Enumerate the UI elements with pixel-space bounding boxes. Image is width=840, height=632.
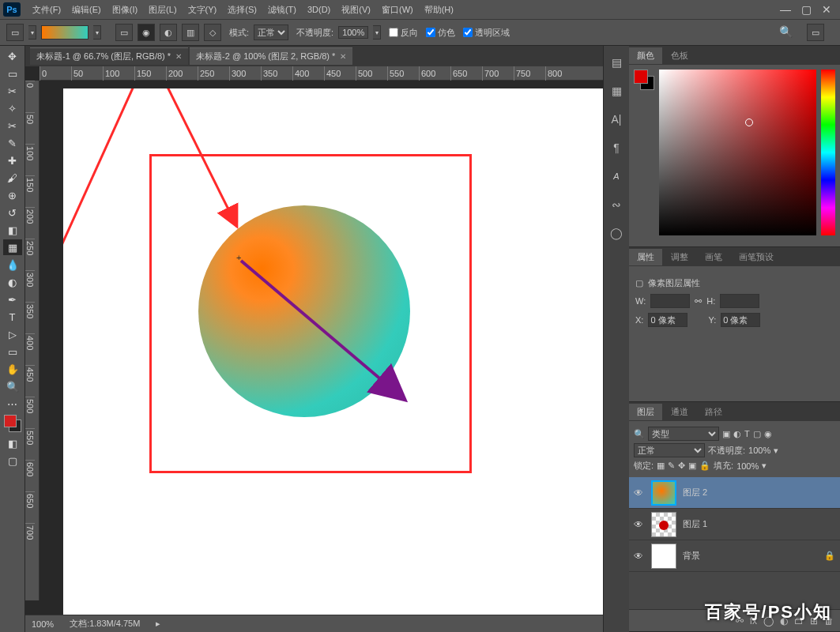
eraser-tool[interactable]: ◧ bbox=[3, 222, 22, 238]
layer-opacity-value[interactable]: 100% bbox=[748, 446, 770, 455]
canvas[interactable]: + bbox=[63, 88, 603, 615]
doc-tab-2[interactable]: 未标题-2 @ 100% (图层 2, RGB/8) *✕ bbox=[190, 47, 352, 65]
layer-row[interactable]: 👁 背景 🔒 bbox=[629, 540, 840, 572]
hand-tool[interactable]: ✋ bbox=[3, 361, 22, 377]
gradient-angle-button[interactable]: ◐ bbox=[160, 24, 177, 41]
zoom-display[interactable]: 100% bbox=[32, 619, 54, 629]
layer-row[interactable]: 👁 图层 2 bbox=[629, 477, 840, 509]
zoom-tool[interactable]: 🔍 bbox=[3, 378, 22, 394]
menu-file[interactable]: 文件(F) bbox=[27, 4, 66, 16]
layer-name[interactable]: 背景 bbox=[683, 550, 700, 562]
layer-thumb[interactable] bbox=[651, 480, 676, 506]
minimize-icon[interactable]: — bbox=[780, 3, 791, 16]
gradient-dropdown[interactable]: ▾ bbox=[93, 25, 101, 40]
adjust-tab[interactable]: 调整 bbox=[663, 249, 696, 265]
move-tool[interactable]: ✥ bbox=[3, 48, 22, 64]
layer-thumb[interactable] bbox=[651, 544, 676, 569]
menu-filter[interactable]: 滤镜(T) bbox=[262, 4, 302, 16]
layer-name[interactable]: 图层 1 bbox=[683, 518, 707, 530]
glyph-icon[interactable]: A bbox=[608, 167, 625, 185]
menu-select[interactable]: 选择(S) bbox=[222, 4, 262, 16]
lasso-tool[interactable]: ✂ bbox=[3, 83, 22, 99]
workspace-button[interactable]: ▭ bbox=[807, 24, 824, 41]
lock-icon[interactable]: ✎ bbox=[668, 461, 675, 471]
doc-tab-1[interactable]: 未标题-1 @ 66.7% (图层, RGB/8) *✕ bbox=[30, 47, 188, 65]
layer-row[interactable]: 👁 图层 1 bbox=[629, 509, 840, 540]
w-input[interactable] bbox=[650, 294, 690, 308]
filter-icon[interactable]: ▢ bbox=[753, 429, 761, 439]
quickmask-tool[interactable]: ◧ bbox=[3, 435, 22, 451]
history-icon[interactable]: ▤ bbox=[608, 54, 625, 71]
x-input[interactable] bbox=[648, 313, 687, 327]
dither-checkbox[interactable] bbox=[426, 28, 435, 37]
menu-edit[interactable]: 编辑(E) bbox=[66, 4, 107, 16]
reverse-checkbox[interactable] bbox=[389, 28, 398, 37]
search-icon[interactable]: 🔍 bbox=[779, 25, 793, 38]
lock-icon[interactable]: ▦ bbox=[657, 461, 665, 471]
gradient-tool[interactable]: ▦ bbox=[3, 239, 22, 255]
tool-preset-button[interactable]: ▭ bbox=[6, 24, 24, 41]
visibility-icon[interactable]: 👁 bbox=[634, 519, 645, 530]
menu-help[interactable]: 帮助(H) bbox=[419, 4, 459, 16]
actions-icon[interactable]: ▦ bbox=[608, 82, 625, 100]
char-icon[interactable]: A| bbox=[608, 111, 625, 128]
y-input[interactable] bbox=[721, 313, 760, 327]
maximize-icon[interactable]: ▢ bbox=[800, 3, 812, 16]
brush-tab[interactable]: 画笔 bbox=[697, 249, 730, 265]
color-field[interactable] bbox=[659, 70, 816, 235]
para-icon[interactable]: ¶ bbox=[608, 139, 625, 156]
opacity-value[interactable]: 100% bbox=[338, 26, 368, 39]
stamp-tool[interactable]: ⊕ bbox=[3, 187, 22, 203]
transparency-checkbox[interactable] bbox=[463, 28, 473, 37]
color-fg-swatch[interactable] bbox=[634, 70, 648, 84]
type-tool[interactable]: T bbox=[3, 309, 22, 325]
menu-type[interactable]: 文字(Y) bbox=[183, 4, 223, 16]
menu-3d[interactable]: 3D(D) bbox=[302, 5, 336, 14]
close-icon[interactable]: ✕ bbox=[821, 3, 832, 16]
props-tab[interactable]: 属性 bbox=[629, 249, 662, 265]
eyedropper-tool[interactable]: ✎ bbox=[3, 135, 22, 151]
visibility-icon[interactable]: 👁 bbox=[634, 487, 645, 498]
channels-tab[interactable]: 通道 bbox=[663, 404, 696, 420]
lock-icon[interactable]: 🔒 bbox=[699, 461, 710, 471]
tab-close-icon[interactable]: ✕ bbox=[175, 52, 182, 61]
filter-icon[interactable]: ◐ bbox=[733, 429, 741, 439]
gradient-linear-button[interactable]: ▭ bbox=[115, 24, 133, 41]
visibility-icon[interactable]: 👁 bbox=[634, 551, 645, 562]
crop-tool[interactable]: ✂ bbox=[3, 118, 22, 134]
layer-thumb[interactable] bbox=[651, 512, 676, 537]
marquee-tool[interactable]: ▭ bbox=[3, 66, 22, 81]
screenmode-tool[interactable]: ▢ bbox=[3, 453, 22, 468]
path-select-tool[interactable]: ▷ bbox=[3, 326, 22, 342]
lock-icon[interactable]: ✥ bbox=[678, 461, 685, 471]
search-lay-icon[interactable]: 🔍 bbox=[634, 429, 645, 439]
gradient-reflected-button[interactable]: ▥ bbox=[182, 24, 199, 41]
hue-slider[interactable] bbox=[821, 70, 835, 235]
link-icon[interactable]: ⚯ bbox=[695, 296, 702, 307]
nav-icon[interactable]: ◯ bbox=[608, 224, 625, 242]
paths-tab[interactable]: 路径 bbox=[697, 404, 730, 420]
pen-tool[interactable]: ✒ bbox=[3, 292, 22, 307]
filter-icon[interactable]: T bbox=[744, 429, 750, 438]
gradient-preview[interactable] bbox=[41, 25, 89, 40]
lock-icon[interactable]: ▣ bbox=[688, 461, 696, 471]
mode-select[interactable]: 正常 bbox=[254, 24, 288, 40]
tool-preset-dropdown[interactable]: ▾ bbox=[28, 25, 36, 40]
wand-tool[interactable]: ✧ bbox=[3, 100, 22, 116]
tab-close-icon[interactable]: ✕ bbox=[340, 52, 346, 61]
color-tab[interactable]: 颜色 bbox=[629, 47, 662, 64]
info-dropdown-icon[interactable]: ▸ bbox=[156, 619, 160, 629]
opacity-dropdown[interactable]: ▾ bbox=[373, 25, 381, 40]
dodge-tool[interactable]: ◐ bbox=[3, 274, 22, 290]
foreground-color-swatch[interactable] bbox=[4, 415, 17, 427]
filter-icon[interactable]: ◉ bbox=[764, 429, 772, 439]
history-brush-tool[interactable]: ↺ bbox=[3, 205, 22, 220]
blend-select[interactable]: 正常 bbox=[634, 443, 705, 457]
fill-value[interactable]: 100% bbox=[736, 461, 759, 471]
more-tools[interactable]: ⋯ bbox=[3, 396, 22, 412]
healing-tool[interactable]: ✚ bbox=[3, 152, 22, 168]
gradient-diamond-button[interactable]: ◇ bbox=[204, 24, 221, 41]
menu-layer[interactable]: 图层(L) bbox=[143, 4, 182, 16]
filter-kind-select[interactable]: 类型 bbox=[648, 427, 719, 441]
gradient-radial-button[interactable]: ◉ bbox=[137, 24, 155, 41]
